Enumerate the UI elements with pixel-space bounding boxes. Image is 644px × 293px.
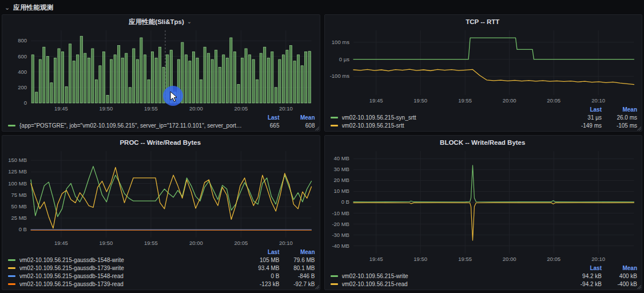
svg-text:20:10: 20:10 <box>591 256 605 262</box>
svg-text:19:55: 19:55 <box>144 105 158 112</box>
svg-text:0: 0 <box>24 100 27 106</box>
svg-text:20:05: 20:05 <box>547 97 560 104</box>
series-color-swatch-icon <box>331 125 338 126</box>
series-color-swatch-icon <box>331 117 338 118</box>
legend-series-label[interactable]: vm02-10.109.56.215-gaussdb-1739-write <box>19 265 244 271</box>
sli-tps-bar-chart[interactable]: 19:4519:5019:5520:0020:0520:100200400600… <box>5 27 316 113</box>
panel-title: 应用性能(Sli&Tps) <box>129 18 184 26</box>
svg-text:-40 MB: -40 MB <box>332 243 349 249</box>
legend-col-header[interactable]: Last <box>244 249 280 255</box>
legend-value-last: 105 MB <box>244 257 280 263</box>
legend-item: vm02-10.109.56.215-gaussdb-1548-read0 B-… <box>8 272 315 280</box>
legend-value-last: -123 kB <box>244 281 280 287</box>
legend-col-header[interactable]: Last <box>244 114 280 121</box>
svg-text:30 MB: 30 MB <box>333 166 349 172</box>
legend-value-mean: -846 B <box>280 273 315 279</box>
block-bytes-line-chart[interactable]: 19:4519:5019:5520:0020:0520:1040 MB30 MB… <box>327 148 639 264</box>
panel-header-block-bytes[interactable]: BLOCK -- Write/Read Bytes <box>327 137 639 148</box>
svg-text:20 MB: 20 MB <box>333 177 349 183</box>
svg-text:100 MB: 100 MB <box>8 180 27 187</box>
svg-text:0 µs: 0 µs <box>339 56 349 62</box>
svg-text:20:00: 20:00 <box>502 97 516 104</box>
panel-proc-bytes: PROC -- Write/Read Bytes 19:4519:5019:55… <box>2 135 320 290</box>
legend-value-mean: 608 <box>280 122 315 129</box>
panel-header-tcp-rtt[interactable]: TCP -- RTT <box>327 17 639 27</box>
legend-series-label[interactable]: vm02-10.109.56.215-read <box>342 281 567 287</box>
legend-series-label[interactable]: vm02-10.109.56.215-gaussdb-1548-write <box>19 257 244 263</box>
panel-grid: 应用性能(Sli&Tps) ⌄ 19:4519:5019:5520:0020:0… <box>0 14 644 293</box>
series-color-swatch-icon <box>8 267 15 269</box>
svg-text:19:45: 19:45 <box>369 97 383 104</box>
legend-value-mean: 400 kB <box>602 273 637 279</box>
svg-text:20:10: 20:10 <box>279 240 293 246</box>
legend-col-header[interactable]: Mean <box>280 249 315 255</box>
legend-item: vm02-10.109.56.215-write94.2 kB400 kB <box>331 272 638 280</box>
svg-text:-100 ms: -100 ms <box>329 73 349 79</box>
svg-text:20:10: 20:10 <box>591 97 605 104</box>
legend-value-mean: -105 ms <box>602 122 637 129</box>
legend-item: {app="POSTGRE", job="vm02-10.109.56.215"… <box>8 121 315 129</box>
svg-text:19:55: 19:55 <box>144 240 158 246</box>
panel-sli-tps: 应用性能(Sli&Tps) ⌄ 19:4519:5019:5520:0020:0… <box>2 14 320 132</box>
legend-series-label[interactable]: vm02-10.109.56.215-gaussdb-1548-read <box>19 273 244 279</box>
legend-series-label[interactable]: vm02-10.109.56.215-gaussdb-1739-read <box>19 281 244 287</box>
svg-text:20:05: 20:05 <box>234 105 248 112</box>
svg-text:10 MB: 10 MB <box>333 188 349 194</box>
svg-text:19:50: 19:50 <box>414 97 427 104</box>
legend-value-last: 665 <box>244 122 280 129</box>
svg-text:800: 800 <box>18 37 27 43</box>
svg-text:20:05: 20:05 <box>547 256 560 262</box>
legend-item: vm02-10.109.56.215-syn_srtt31 µs26.0 ms <box>331 113 638 121</box>
row-collapse-chevron-icon[interactable]: ⌄ <box>5 5 10 10</box>
legend-series-label[interactable]: vm02-10.109.56.215-srtt <box>342 122 567 129</box>
svg-text:75 MB: 75 MB <box>11 192 27 198</box>
legend-item: vm02-10.109.56.215-read-94.2 kB-400 kB <box>331 280 638 288</box>
legend-series-label[interactable]: {app="POSTGRE", job="vm02-10.109.56.215"… <box>19 122 244 129</box>
legend-series-label[interactable]: vm02-10.109.56.215-write <box>342 273 567 279</box>
legend-header: LastMean <box>331 106 638 113</box>
legend-value-last: -149 ms <box>566 122 602 129</box>
legend-value-mean: 80.1 MB <box>280 265 315 271</box>
legend-col-header[interactable]: Last <box>566 106 602 113</box>
panel-title: BLOCK -- Write/Read Bytes <box>440 139 525 146</box>
dashboard-row-header[interactable]: ⌄ 应用性能观测 <box>0 0 644 14</box>
tcp-rtt-line-chart[interactable]: 19:4519:5019:5520:0020:0520:10100 ms0 µs… <box>327 27 639 105</box>
series-color-swatch-icon <box>8 259 15 261</box>
legend-sli-tps: LastMean{app="POSTGRE", job="vm02-10.109… <box>5 113 316 130</box>
svg-text:-30 MB: -30 MB <box>332 232 349 238</box>
legend-col-header[interactable]: Mean <box>280 114 315 121</box>
legend-item: vm02-10.109.56.215-gaussdb-1739-read-123… <box>8 280 315 288</box>
grafana-dashboard: ⌄ 应用性能观测 应用性能(Sli&Tps) ⌄ 19:4519:5019:55… <box>0 0 644 293</box>
svg-text:20:10: 20:10 <box>279 105 293 112</box>
chart-area: 19:4519:5019:5520:0020:0520:10100 ms0 µs… <box>327 27 639 105</box>
svg-text:200: 200 <box>18 84 27 90</box>
legend-header: LastMean <box>8 248 315 256</box>
panel-header-sli-tps[interactable]: 应用性能(Sli&Tps) ⌄ <box>5 17 316 27</box>
svg-text:20:00: 20:00 <box>189 240 203 246</box>
legend-header: LastMean <box>331 264 638 272</box>
svg-text:20:05: 20:05 <box>234 240 248 246</box>
proc-bytes-line-chart[interactable]: 19:4519:5019:5520:0020:0520:10150 MB125 … <box>5 148 316 248</box>
legend-value-mean: -400 kB <box>602 281 637 287</box>
svg-text:150 MB: 150 MB <box>8 157 27 163</box>
legend-col-header[interactable]: Last <box>566 265 602 271</box>
legend-col-header[interactable]: Mean <box>602 106 637 113</box>
panel-header-proc-bytes[interactable]: PROC -- Write/Read Bytes <box>5 137 316 148</box>
panel-menu-chevron-icon[interactable]: ⌄ <box>187 19 192 24</box>
svg-text:0 B: 0 B <box>341 199 349 205</box>
panel-title: TCP -- RTT <box>466 18 499 25</box>
legend-value-last: 0 B <box>244 273 280 279</box>
legend-item: vm02-10.109.56.215-gaussdb-1548-write105… <box>8 256 315 264</box>
svg-text:20:00: 20:00 <box>189 105 203 112</box>
legend-header: LastMean <box>8 114 315 121</box>
svg-text:125 MB: 125 MB <box>8 168 27 175</box>
series-color-swatch-icon <box>331 275 338 277</box>
legend-col-header[interactable]: Mean <box>602 265 637 271</box>
legend-series-label[interactable]: vm02-10.109.56.215-syn_srtt <box>342 114 567 121</box>
svg-text:19:45: 19:45 <box>369 256 383 262</box>
svg-text:19:50: 19:50 <box>414 256 427 262</box>
series-color-swatch-icon <box>8 275 15 277</box>
legend-value-last: 93.4 MB <box>244 265 280 271</box>
legend-item: vm02-10.109.56.215-srtt-149 ms-105 ms <box>331 121 638 129</box>
legend-value-last: -94.2 kB <box>566 281 602 287</box>
